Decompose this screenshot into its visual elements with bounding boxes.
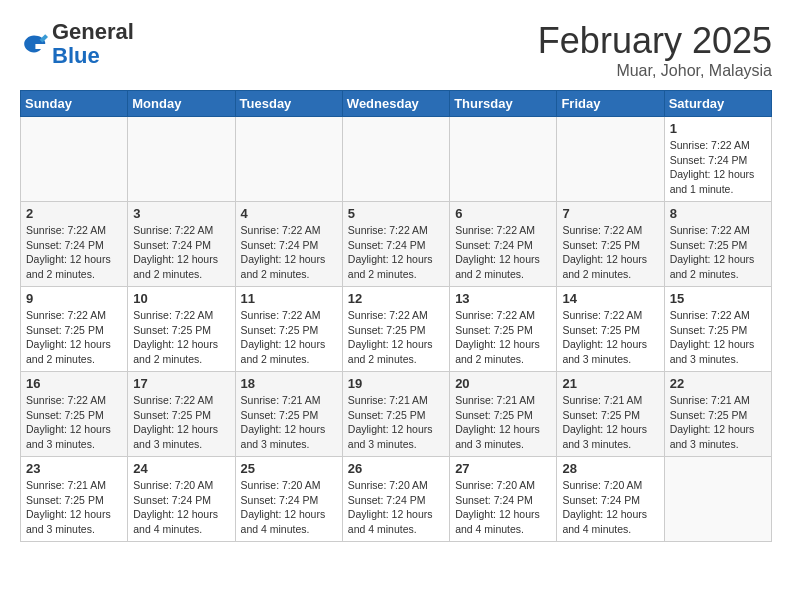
day-number: 15 bbox=[670, 291, 766, 306]
day-number: 26 bbox=[348, 461, 444, 476]
calendar-cell: 18Sunrise: 7:21 AM Sunset: 7:25 PM Dayli… bbox=[235, 372, 342, 457]
day-number: 24 bbox=[133, 461, 229, 476]
calendar-cell: 23Sunrise: 7:21 AM Sunset: 7:25 PM Dayli… bbox=[21, 457, 128, 542]
calendar-cell: 2Sunrise: 7:22 AM Sunset: 7:24 PM Daylig… bbox=[21, 202, 128, 287]
calendar-cell: 19Sunrise: 7:21 AM Sunset: 7:25 PM Dayli… bbox=[342, 372, 449, 457]
day-number: 25 bbox=[241, 461, 337, 476]
day-info: Sunrise: 7:21 AM Sunset: 7:25 PM Dayligh… bbox=[348, 393, 444, 452]
calendar-cell bbox=[235, 117, 342, 202]
day-info: Sunrise: 7:20 AM Sunset: 7:24 PM Dayligh… bbox=[241, 478, 337, 537]
day-info: Sunrise: 7:22 AM Sunset: 7:25 PM Dayligh… bbox=[455, 308, 551, 367]
calendar-cell: 15Sunrise: 7:22 AM Sunset: 7:25 PM Dayli… bbox=[664, 287, 771, 372]
day-info: Sunrise: 7:22 AM Sunset: 7:25 PM Dayligh… bbox=[348, 308, 444, 367]
calendar-cell: 6Sunrise: 7:22 AM Sunset: 7:24 PM Daylig… bbox=[450, 202, 557, 287]
calendar-cell bbox=[128, 117, 235, 202]
header-day-sunday: Sunday bbox=[21, 91, 128, 117]
title-block: February 2025 Muar, Johor, Malaysia bbox=[538, 20, 772, 80]
calendar-cell: 26Sunrise: 7:20 AM Sunset: 7:24 PM Dayli… bbox=[342, 457, 449, 542]
day-info: Sunrise: 7:22 AM Sunset: 7:25 PM Dayligh… bbox=[562, 223, 658, 282]
day-number: 7 bbox=[562, 206, 658, 221]
day-info: Sunrise: 7:22 AM Sunset: 7:24 PM Dayligh… bbox=[455, 223, 551, 282]
calendar-cell: 10Sunrise: 7:22 AM Sunset: 7:25 PM Dayli… bbox=[128, 287, 235, 372]
calendar-cell: 9Sunrise: 7:22 AM Sunset: 7:25 PM Daylig… bbox=[21, 287, 128, 372]
day-number: 8 bbox=[670, 206, 766, 221]
calendar-cell: 16Sunrise: 7:22 AM Sunset: 7:25 PM Dayli… bbox=[21, 372, 128, 457]
day-info: Sunrise: 7:20 AM Sunset: 7:24 PM Dayligh… bbox=[562, 478, 658, 537]
calendar-week-5: 23Sunrise: 7:21 AM Sunset: 7:25 PM Dayli… bbox=[21, 457, 772, 542]
day-number: 12 bbox=[348, 291, 444, 306]
day-info: Sunrise: 7:22 AM Sunset: 7:24 PM Dayligh… bbox=[241, 223, 337, 282]
day-number: 16 bbox=[26, 376, 122, 391]
day-info: Sunrise: 7:22 AM Sunset: 7:24 PM Dayligh… bbox=[348, 223, 444, 282]
day-info: Sunrise: 7:22 AM Sunset: 7:25 PM Dayligh… bbox=[562, 308, 658, 367]
header-day-thursday: Thursday bbox=[450, 91, 557, 117]
header-row: SundayMondayTuesdayWednesdayThursdayFrid… bbox=[21, 91, 772, 117]
calendar-week-4: 16Sunrise: 7:22 AM Sunset: 7:25 PM Dayli… bbox=[21, 372, 772, 457]
header-day-friday: Friday bbox=[557, 91, 664, 117]
month-title: February 2025 bbox=[538, 20, 772, 62]
day-number: 10 bbox=[133, 291, 229, 306]
calendar-cell: 7Sunrise: 7:22 AM Sunset: 7:25 PM Daylig… bbox=[557, 202, 664, 287]
calendar-cell: 14Sunrise: 7:22 AM Sunset: 7:25 PM Dayli… bbox=[557, 287, 664, 372]
calendar-cell: 17Sunrise: 7:22 AM Sunset: 7:25 PM Dayli… bbox=[128, 372, 235, 457]
day-info: Sunrise: 7:22 AM Sunset: 7:24 PM Dayligh… bbox=[133, 223, 229, 282]
logo-icon bbox=[20, 30, 48, 58]
day-info: Sunrise: 7:21 AM Sunset: 7:25 PM Dayligh… bbox=[562, 393, 658, 452]
calendar-cell: 5Sunrise: 7:22 AM Sunset: 7:24 PM Daylig… bbox=[342, 202, 449, 287]
calendar-cell: 27Sunrise: 7:20 AM Sunset: 7:24 PM Dayli… bbox=[450, 457, 557, 542]
day-info: Sunrise: 7:22 AM Sunset: 7:25 PM Dayligh… bbox=[670, 223, 766, 282]
day-number: 20 bbox=[455, 376, 551, 391]
day-number: 19 bbox=[348, 376, 444, 391]
day-number: 13 bbox=[455, 291, 551, 306]
day-number: 6 bbox=[455, 206, 551, 221]
calendar-cell: 1Sunrise: 7:22 AM Sunset: 7:24 PM Daylig… bbox=[664, 117, 771, 202]
calendar-cell: 28Sunrise: 7:20 AM Sunset: 7:24 PM Dayli… bbox=[557, 457, 664, 542]
day-info: Sunrise: 7:20 AM Sunset: 7:24 PM Dayligh… bbox=[348, 478, 444, 537]
day-info: Sunrise: 7:22 AM Sunset: 7:25 PM Dayligh… bbox=[26, 393, 122, 452]
day-info: Sunrise: 7:20 AM Sunset: 7:24 PM Dayligh… bbox=[455, 478, 551, 537]
day-number: 9 bbox=[26, 291, 122, 306]
day-number: 18 bbox=[241, 376, 337, 391]
day-info: Sunrise: 7:22 AM Sunset: 7:24 PM Dayligh… bbox=[26, 223, 122, 282]
calendar-cell: 13Sunrise: 7:22 AM Sunset: 7:25 PM Dayli… bbox=[450, 287, 557, 372]
calendar-cell: 3Sunrise: 7:22 AM Sunset: 7:24 PM Daylig… bbox=[128, 202, 235, 287]
header-day-monday: Monday bbox=[128, 91, 235, 117]
day-number: 1 bbox=[670, 121, 766, 136]
calendar-cell: 25Sunrise: 7:20 AM Sunset: 7:24 PM Dayli… bbox=[235, 457, 342, 542]
calendar-week-1: 1Sunrise: 7:22 AM Sunset: 7:24 PM Daylig… bbox=[21, 117, 772, 202]
day-number: 14 bbox=[562, 291, 658, 306]
calendar-cell: 11Sunrise: 7:22 AM Sunset: 7:25 PM Dayli… bbox=[235, 287, 342, 372]
calendar-cell: 22Sunrise: 7:21 AM Sunset: 7:25 PM Dayli… bbox=[664, 372, 771, 457]
calendar-cell bbox=[557, 117, 664, 202]
day-info: Sunrise: 7:22 AM Sunset: 7:25 PM Dayligh… bbox=[670, 308, 766, 367]
header-day-saturday: Saturday bbox=[664, 91, 771, 117]
day-number: 27 bbox=[455, 461, 551, 476]
location: Muar, Johor, Malaysia bbox=[538, 62, 772, 80]
logo-text: General Blue bbox=[52, 20, 134, 68]
header-day-tuesday: Tuesday bbox=[235, 91, 342, 117]
day-number: 28 bbox=[562, 461, 658, 476]
day-number: 2 bbox=[26, 206, 122, 221]
day-number: 22 bbox=[670, 376, 766, 391]
page-header: General Blue February 2025 Muar, Johor, … bbox=[20, 20, 772, 80]
header-day-wednesday: Wednesday bbox=[342, 91, 449, 117]
calendar-cell: 20Sunrise: 7:21 AM Sunset: 7:25 PM Dayli… bbox=[450, 372, 557, 457]
day-info: Sunrise: 7:22 AM Sunset: 7:25 PM Dayligh… bbox=[241, 308, 337, 367]
calendar-cell: 8Sunrise: 7:22 AM Sunset: 7:25 PM Daylig… bbox=[664, 202, 771, 287]
day-number: 3 bbox=[133, 206, 229, 221]
day-info: Sunrise: 7:22 AM Sunset: 7:25 PM Dayligh… bbox=[133, 308, 229, 367]
calendar-week-2: 2Sunrise: 7:22 AM Sunset: 7:24 PM Daylig… bbox=[21, 202, 772, 287]
day-info: Sunrise: 7:20 AM Sunset: 7:24 PM Dayligh… bbox=[133, 478, 229, 537]
calendar-cell: 4Sunrise: 7:22 AM Sunset: 7:24 PM Daylig… bbox=[235, 202, 342, 287]
day-number: 4 bbox=[241, 206, 337, 221]
calendar-cell: 12Sunrise: 7:22 AM Sunset: 7:25 PM Dayli… bbox=[342, 287, 449, 372]
calendar-cell bbox=[342, 117, 449, 202]
day-info: Sunrise: 7:21 AM Sunset: 7:25 PM Dayligh… bbox=[241, 393, 337, 452]
day-number: 5 bbox=[348, 206, 444, 221]
calendar-cell bbox=[21, 117, 128, 202]
day-number: 21 bbox=[562, 376, 658, 391]
logo: General Blue bbox=[20, 20, 134, 68]
calendar-week-3: 9Sunrise: 7:22 AM Sunset: 7:25 PM Daylig… bbox=[21, 287, 772, 372]
day-info: Sunrise: 7:22 AM Sunset: 7:25 PM Dayligh… bbox=[133, 393, 229, 452]
day-info: Sunrise: 7:22 AM Sunset: 7:25 PM Dayligh… bbox=[26, 308, 122, 367]
